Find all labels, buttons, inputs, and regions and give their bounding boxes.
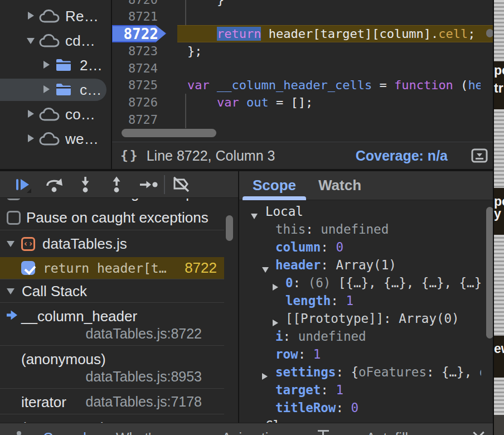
pause-caught-row[interactable]: Pause on caught exceptions <box>0 205 224 230</box>
code-line-8723[interactable]: 8723}; <box>112 42 493 60</box>
call-stack-frame[interactable]: iteratordataTables.js:7178 <box>0 389 224 414</box>
scope-row[interactable]: target: 1 <box>239 381 481 399</box>
webpage-fragment <box>494 109 504 188</box>
navigator-item-label: cd… <box>65 32 95 50</box>
chevron-right-icon[interactable] <box>262 368 268 381</box>
chevron-right-icon[interactable] <box>273 315 278 327</box>
chevron-down-icon[interactable] <box>251 207 258 220</box>
navigator-item-label: co… <box>65 106 95 123</box>
drawer-menu-icon[interactable] <box>17 431 21 435</box>
deactivate-breakpoints-button[interactable] <box>172 176 192 193</box>
step-over-button[interactable] <box>46 176 62 193</box>
line-number[interactable]: 8725 <box>112 76 158 94</box>
scope-row-text: header: Array(1) <box>275 258 396 272</box>
pause-uncaught-checkbox[interactable] <box>7 199 21 200</box>
chevron-right-icon[interactable] <box>27 12 35 21</box>
coverage-icon[interactable] <box>471 148 488 163</box>
pretty-print-icon[interactable]: {} <box>120 148 139 163</box>
call-stack-frame[interactable]: (anonymous)dataTables.js:8953 <box>0 346 224 388</box>
breakpoint-entry[interactable]: return header[t… 8722 <box>0 257 224 279</box>
scope-vertical-scrollbar[interactable] <box>486 207 493 339</box>
editor-vertical-scrollbar[interactable] <box>486 29 493 37</box>
line-number[interactable]: 8723 <box>112 42 158 60</box>
drawer-close-icon[interactable] <box>471 430 486 435</box>
code-line-text: } <box>187 0 481 8</box>
line-number[interactable]: 8720 <box>112 0 158 8</box>
code-line-8721[interactable]: 8721 <box>112 8 493 25</box>
breakpoint-group-label: dataTables.js <box>42 235 127 253</box>
scope-row[interactable]: length: 1 <box>239 292 481 310</box>
navigator-item-co[interactable]: co… <box>0 102 111 127</box>
scope-row[interactable]: settings: {oFeatures: {…}, o <box>239 363 481 381</box>
navigator-item-re[interactable]: Re… <box>0 4 111 28</box>
scope-row[interactable]: Local <box>239 202 481 220</box>
chevron-right-icon[interactable] <box>273 279 278 292</box>
resume-script-button[interactable] <box>14 176 31 193</box>
call-stack-header[interactable]: Call Stack <box>0 281 224 302</box>
code-line-8722[interactable]: 8722 return header[target][column].cell; <box>112 25 493 42</box>
code-editor[interactable]: 8720 }87218722 return header[target][col… <box>112 0 493 169</box>
scope-row[interactable]: 0: (6) [{…}, {…}, {…}, {…}] <box>239 274 481 292</box>
chevron-right-icon[interactable] <box>42 61 50 70</box>
chevron-down-icon[interactable] <box>27 36 35 46</box>
tab-watch[interactable]: Watch <box>318 171 361 200</box>
line-number[interactable]: 8727 <box>112 111 158 128</box>
code-line-8720[interactable]: 8720 } <box>112 0 493 8</box>
scope-row[interactable]: titleRow: 0 <box>239 399 481 417</box>
chevron-right-icon[interactable] <box>27 110 35 119</box>
code-line-8724[interactable]: 8724 <box>112 60 493 77</box>
scope-row-text: i: undefined <box>275 329 366 344</box>
editor-horizontal-scrollbar[interactable] <box>122 129 216 137</box>
line-number[interactable]: 8726 <box>112 94 158 111</box>
chevron-down-icon[interactable] <box>262 261 269 274</box>
pause-caught-checkbox[interactable] <box>7 211 21 225</box>
drawer-tab-whatsnew[interactable]: What's new <box>116 430 187 435</box>
pause-uncaught-row[interactable]: Pause on uncaught exceptions <box>0 199 224 205</box>
breakpoint-checkbox[interactable] <box>21 261 35 275</box>
call-stack-frame[interactable]: (anonymous) <box>0 414 224 423</box>
cloud-icon <box>39 107 60 122</box>
navigator-item-2[interactable]: 2… <box>0 53 111 78</box>
step-into-button[interactable] <box>77 176 94 193</box>
scope-row[interactable]: i: undefined <box>239 327 481 345</box>
breakpoint-line-number: 8722 <box>185 259 217 277</box>
drawer-tab-console[interactable]: Console <box>43 430 94 435</box>
chevron-right-icon[interactable] <box>27 134 35 144</box>
file-navigator-pane: Re…cd…2…c…co…we… <box>0 0 111 169</box>
indent-guide <box>185 94 186 111</box>
scope-row[interactable]: header: Array(1) <box>239 256 481 274</box>
cloud-icon <box>39 9 60 23</box>
chevron-right-icon[interactable] <box>42 85 50 95</box>
drawer-tab-animations[interactable]: Animations <box>222 430 291 435</box>
indent-guide <box>185 111 186 128</box>
line-number[interactable]: 8724 <box>112 60 158 77</box>
navigator-item-we[interactable]: we… <box>0 127 111 151</box>
scope-row[interactable]: this: undefined <box>239 220 481 238</box>
code-line-8725[interactable]: 8725var __column_header_cells = function… <box>112 76 493 94</box>
line-number[interactable]: 8721 <box>112 8 158 25</box>
scope-row[interactable]: Closure <box>239 417 481 423</box>
webpage-text-fragment: tr <box>494 81 503 96</box>
scope-row[interactable]: column: 0 <box>239 238 481 256</box>
scope-row-text: titleRow: 0 <box>275 400 358 415</box>
debugger-toolbar <box>0 171 238 198</box>
code-line-8727[interactable]: 8727 <box>112 111 493 128</box>
breakpoint-group-header[interactable]: ‹› dataTables.js <box>0 230 224 257</box>
code-line-8726[interactable]: 8726 var out = []; <box>112 94 493 111</box>
frame-location[interactable]: dataTables.js:7178 <box>86 393 202 411</box>
coverage-link[interactable]: Coverage: n/a <box>356 148 448 164</box>
step-button[interactable] <box>139 176 159 193</box>
call-stack-frame[interactable]: __column_headerdataTables.js:8722 <box>0 303 224 345</box>
tab-scope[interactable]: Scope <box>253 171 296 200</box>
drawer-tab-autofill[interactable]: Autofill <box>366 430 408 435</box>
scope-row[interactable]: [[Prototype]]: Array(0) <box>239 310 481 327</box>
frame-location[interactable]: dataTables.js:8953 <box>0 368 202 385</box>
scope-row[interactable]: row: 1 <box>239 345 481 363</box>
navigator-item-label: c… <box>80 81 101 99</box>
step-out-button[interactable] <box>108 176 125 193</box>
webpage-fragment <box>494 0 504 61</box>
frame-location[interactable]: dataTables.js:8722 <box>0 325 202 342</box>
navigator-item-cd[interactable]: cd… <box>0 28 111 53</box>
navigator-item-c[interactable]: c… <box>0 78 111 102</box>
debugger-vertical-scrollbar[interactable] <box>226 215 233 241</box>
